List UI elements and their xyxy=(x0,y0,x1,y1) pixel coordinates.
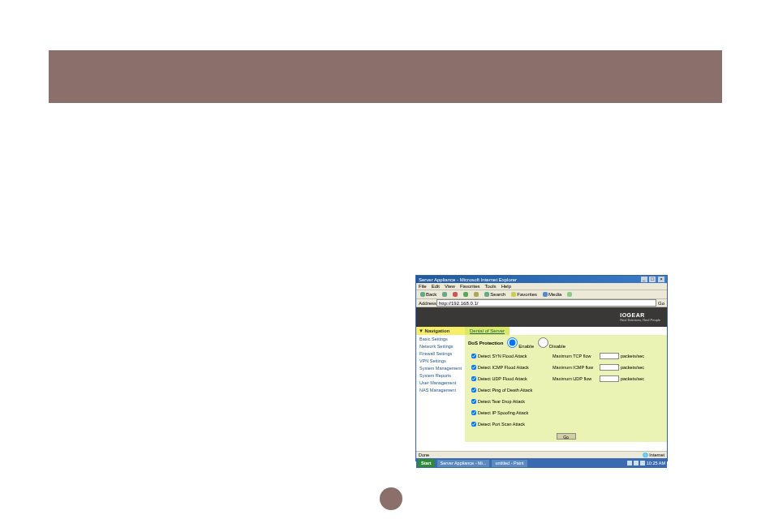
toolbar: Back Search Favorites Media xyxy=(416,290,667,299)
window-title: Server Appliance - Microsoft Internet Ex… xyxy=(419,277,640,282)
enable-radio-label[interactable]: Enable xyxy=(506,337,534,349)
menu-help[interactable]: Help xyxy=(501,284,511,289)
window-titlebar[interactable]: Server Appliance - Microsoft Internet Ex… xyxy=(416,276,667,283)
main-panel: Denial of Server DoS Protection Enable D… xyxy=(465,327,667,451)
nav-header[interactable]: ▼ Navigation xyxy=(416,327,465,335)
check-syn-flood[interactable] xyxy=(471,354,476,358)
check-ping-of-death[interactable] xyxy=(471,388,476,393)
menu-view[interactable]: View xyxy=(445,284,455,289)
brand-logo: IOGEAR xyxy=(620,312,660,318)
menu-bar: File Edit View Favorites Tools Help xyxy=(416,283,667,290)
check-tear-drop[interactable] xyxy=(471,399,476,404)
nav-sidebar: ▼ Navigation Basic Settings Network Sett… xyxy=(416,327,465,451)
enable-radio[interactable] xyxy=(507,337,518,348)
disable-radio-label[interactable]: Disable xyxy=(537,337,565,349)
header-banner xyxy=(49,50,722,103)
task-paint[interactable]: untitled - Paint xyxy=(492,460,527,467)
media-icon xyxy=(543,292,548,297)
update-button[interactable]: Go xyxy=(557,433,576,440)
minimize-button[interactable]: _ xyxy=(641,277,647,282)
menu-favorites[interactable]: Favorites xyxy=(460,284,480,289)
dos-protection-label: DoS Protection xyxy=(468,341,503,345)
dos-panel: DoS Protection Enable Disable Detect SYN… xyxy=(465,335,667,442)
search-icon xyxy=(484,292,489,297)
taskbar: Start Server Appliance - Mi... untitled … xyxy=(416,458,667,468)
star-icon xyxy=(511,292,516,297)
start-button[interactable]: Start xyxy=(418,459,435,467)
window-controls: _ □ × xyxy=(640,277,664,282)
check-port-scan[interactable] xyxy=(471,422,476,427)
check-ip-spoofing[interactable] xyxy=(471,410,476,415)
brand-tagline: Real Solutions, Real People xyxy=(620,318,660,322)
nav-nas-management[interactable]: NAS Management xyxy=(416,386,465,393)
page-content: IOGEAR Real Solutions, Real People ▼ Nav… xyxy=(416,307,667,451)
go-button[interactable]: Go xyxy=(658,301,664,306)
menu-edit[interactable]: Edit xyxy=(432,284,440,289)
status-right: 🌐 Internet xyxy=(643,453,664,457)
status-left: Done xyxy=(419,453,429,457)
favorites-button[interactable]: Favorites xyxy=(510,292,539,297)
back-button[interactable]: Back xyxy=(419,292,438,297)
menu-tools[interactable]: Tools xyxy=(485,284,497,289)
refresh-button[interactable] xyxy=(462,292,470,297)
udp-flow-input[interactable] xyxy=(600,375,619,382)
forward-icon xyxy=(442,292,447,297)
browser-window: Server Appliance - Microsoft Internet Ex… xyxy=(415,275,668,461)
task-ie[interactable]: Server Appliance - Mi... xyxy=(437,460,490,467)
brand-header: IOGEAR Real Solutions, Real People xyxy=(416,307,667,327)
maximize-button[interactable]: □ xyxy=(649,277,656,282)
page-dot xyxy=(380,487,402,510)
disable-radio[interactable] xyxy=(538,337,548,348)
internet-icon: 🌐 xyxy=(643,453,648,457)
clock: 10:25 AM xyxy=(647,461,665,466)
history-button[interactable] xyxy=(565,292,574,297)
home-icon xyxy=(474,292,479,297)
nav-system-management[interactable]: System Management xyxy=(416,364,465,371)
nav-network-settings[interactable]: Network Settings xyxy=(416,342,465,350)
section-title: Denial of Server xyxy=(465,327,510,335)
nav-basic-settings[interactable]: Basic Settings xyxy=(416,335,465,342)
home-button[interactable] xyxy=(472,292,480,297)
nav-vpn-settings[interactable]: VPN Settings xyxy=(416,357,465,364)
nav-firewall-settings[interactable]: Firewall Settings xyxy=(416,350,465,357)
media-button[interactable]: Media xyxy=(541,292,563,297)
history-icon xyxy=(567,292,572,297)
stop-button[interactable] xyxy=(451,292,459,297)
stop-icon xyxy=(453,292,458,297)
nav-system-reports[interactable]: System Reports xyxy=(416,371,465,379)
tray-icon[interactable] xyxy=(634,461,639,466)
tcp-flow-input[interactable] xyxy=(600,353,619,359)
check-icmp-flood[interactable] xyxy=(471,365,476,370)
nav-user-management[interactable]: User Management xyxy=(416,379,465,386)
status-bar: Done 🌐 Internet xyxy=(416,451,667,458)
tray-icon[interactable] xyxy=(640,461,645,466)
close-button[interactable]: × xyxy=(658,277,664,282)
tray-icon[interactable] xyxy=(627,461,632,466)
address-label: Address xyxy=(419,301,436,306)
address-input[interactable] xyxy=(436,299,656,307)
icmp-flow-input[interactable] xyxy=(600,364,619,371)
system-tray: 10:25 AM xyxy=(627,461,665,466)
search-button[interactable]: Search xyxy=(483,292,507,297)
check-udp-flood[interactable] xyxy=(471,376,476,381)
menu-file[interactable]: File xyxy=(419,284,427,289)
refresh-icon xyxy=(463,292,468,297)
address-bar: Address Go xyxy=(416,299,667,307)
back-icon xyxy=(420,292,425,297)
forward-button[interactable] xyxy=(441,292,449,297)
